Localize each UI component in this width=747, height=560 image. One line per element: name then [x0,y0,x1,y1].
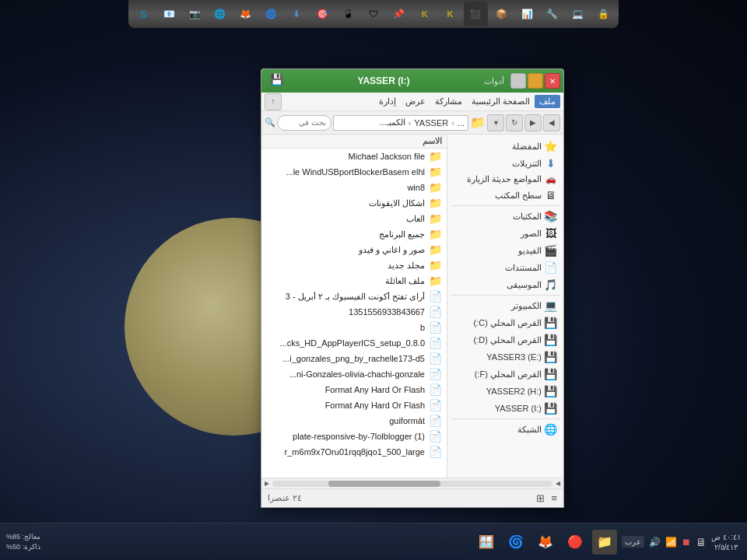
menu-view[interactable]: عرض [401,95,430,108]
address-arrow-2: › [409,118,412,128]
back-button[interactable]: ◀ [543,114,560,131]
nav-item-documents[interactable]: 📄 المستندات [447,259,563,276]
taskbar-top-icon-ie[interactable]: 🌐 [209,2,233,26]
nav-item-video[interactable]: 🎬 الفيديو [447,242,563,259]
taskbar-top-icon-chrome[interactable]: 🌀 [259,2,283,26]
table-row[interactable]: 📁Michael Jackson file [261,149,447,164]
search-input[interactable] [277,115,331,131]
nav-item-downloads[interactable]: ⬇ التنزيلات [447,155,563,172]
taskbar-top-icon-mail[interactable]: 📧 [157,2,181,26]
taskbar-icon-volume[interactable]: 🔊 [649,537,661,548]
taskbar-app-chrome[interactable]: 🌀 [503,530,528,555]
table-row[interactable]: 📁ملف العائلة [261,273,447,289]
table-row[interactable]: 📄plate-responsive-by-7lolblogger (1) [261,429,447,444]
nav-item-drive-h[interactable]: 💾 YASSER2 (H:) [447,383,563,400]
nav-label-drive-h: YASSER2 (H:) [486,387,542,396]
menu-file[interactable]: ملف [535,95,560,108]
column-header-name[interactable]: الاسم [423,136,442,146]
maximize-button[interactable] [528,73,543,89]
taskbar-app-firefox[interactable]: 🦊 [533,530,558,555]
h-scrollbar[interactable]: ◀ ▶ [261,478,563,488]
taskbar-top-icon-misc2[interactable]: 📱 [336,2,360,26]
taskbar-app-files[interactable]: 📁 [592,530,617,555]
taskbar-top-icon-tool[interactable]: 🔧 [541,2,565,26]
close-button[interactable]: ✕ [545,73,560,89]
scroll-left-arrow[interactable]: ◀ [556,480,560,487]
taskbar-icon-stop[interactable]: ⏹ [682,537,691,548]
taskbar-app-explorer[interactable]: 🪟 [474,530,499,555]
nav-item-drive-f[interactable]: 💾 القرص المحلي (F:) [447,366,563,383]
file-item-name: Format Any Hard Or Flash [266,401,425,410]
taskbar-icon-monitor[interactable]: 🖥 [696,536,707,548]
forward-button[interactable]: ▶ [524,114,542,131]
nav-item-computer[interactable]: 💻 الكمبيوتر [447,297,563,314]
file-item-name: مجلد جديد [266,261,425,271]
table-row[interactable]: 📄i_gonzales_png_by_rachelle173-d5... [261,351,447,366]
folder-icon: 📁 [428,275,442,287]
up-button[interactable]: ↑ [265,93,282,110]
view-icon-details[interactable]: ≡ [551,492,557,504]
table-row[interactable]: 📁win8 [261,180,447,195]
table-row[interactable]: 📄1351556933843667 [261,304,447,320]
table-row[interactable]: 📄ni-Gonzales-olivia-chachi-gonzale... [261,366,447,382]
table-row[interactable]: 📁صور و اغاني و فيدو [261,242,447,257]
view-icon-list[interactable]: ⊞ [536,492,545,504]
taskbar-top-icon-camera[interactable]: 📷 [183,2,207,26]
taskbar-top-icon-lock[interactable]: 🔒 [591,2,615,26]
taskbar-top-icon-misc1[interactable]: 🎯 [310,2,335,26]
table-row[interactable]: 📁مجلد جديد [261,257,447,273]
taskbar-app-ie[interactable]: 🔴 [563,530,587,555]
table-row[interactable]: 📁جميع البرنامج [261,226,447,242]
nav-item-recent[interactable]: 🚗 المواضع حديثة الزيارة [447,172,563,187]
language-indicator[interactable]: عرب [622,536,644,548]
nav-item-drive-i[interactable]: 💾 YASSER (I:) [447,400,563,417]
nav-label-drive-i: YASSER (I:) [495,404,542,413]
nav-item-music[interactable]: 🎵 الموسيقى [447,276,563,293]
table-row[interactable]: 📁le WindUSBportBlockerBasem elhl... [261,164,447,180]
taskbar-top-icon-chart[interactable]: 📊 [515,2,539,26]
nav-item-pictures[interactable]: 🖼 الصور [447,225,563,242]
menu-manage[interactable]: إدارة [374,95,401,108]
table-row[interactable]: 📄b [261,320,447,335]
taskbar-top-icon-k2[interactable]: K [438,2,462,26]
taskbar-top-icon-firefox[interactable]: 🦊 [233,2,258,26]
memory-indicator: معالج: 85% ذاكرة: 50% [6,532,40,551]
table-row[interactable]: 📄Format Any Hard Or Flash [261,382,447,397]
folder-icon-address: 📁 [470,115,486,130]
taskbar-top-icon-skype[interactable]: S [132,2,156,26]
taskbar-top-icon-misc3[interactable]: 🛡 [362,2,386,26]
taskbar-top-icon-k1[interactable]: K [412,2,437,26]
nav-item-drive-d[interactable]: 💾 القرص المحلي (D:) [447,331,563,348]
taskbar-top-icon-pkg[interactable]: 📦 [489,2,514,26]
table-row[interactable]: 📄أراى تفتح أكونت الفيسبوك بـ ٢ أبريل - 3 [261,289,447,304]
menu-home[interactable]: الصفحة الرئيسية [467,95,535,108]
dropdown-button[interactable]: ▾ [487,114,504,131]
table-row[interactable]: 📄Format Any Hard Or Flash [261,397,447,413]
taskbar-top-icon-dl[interactable]: ⬇ [285,2,309,26]
taskbar-top-icon-bb[interactable]: ⬛ [464,2,488,26]
taskbar-top-icon-misc4[interactable]: 📌 [387,2,411,26]
table-row[interactable]: 📄cks_HD_AppPlayerICS_setup_0.8.0... [261,335,447,351]
drive-h-icon: 💾 [545,385,557,397]
taskbar-icon-network[interactable]: 📶 [665,537,677,548]
table-row[interactable]: 📄guiformát [261,413,447,429]
h-scroll-track[interactable] [272,481,552,487]
nav-item-desktop[interactable]: 🖥 سطح المكتب [447,187,563,204]
nav-item-network[interactable]: 🌐 الشبكة [447,421,563,438]
refresh-button[interactable]: ↻ [506,114,523,131]
nav-item-libraries[interactable]: 📚 المكتبات [447,208,563,225]
nav-label-network: الشبكة [517,425,542,435]
taskbar-top-icon-pc[interactable]: 💻 [566,2,590,26]
menu-share[interactable]: مشاركة [430,95,467,108]
scroll-right-arrow[interactable]: ▶ [265,480,269,487]
file-item-name: Michael Jackson file [266,152,425,161]
minimize-button[interactable] [510,73,526,89]
h-scroll-thumb[interactable] [328,481,440,487]
nav-item-drive-c[interactable]: 💾 القرص المحلي (C:) [447,314,563,331]
nav-item-drive-e[interactable]: 💾 YASSER3 (E:) [447,348,563,366]
table-row[interactable]: 📄r_m6m9x7Oru01rqq8jqo1_500_large [261,444,447,460]
table-row[interactable]: 📁اشكال الايقونات [261,195,447,211]
table-row[interactable]: 📁العاب [261,211,447,226]
address-path[interactable]: ... › YASSER › الكمبـ... [333,115,468,131]
nav-item-favorites[interactable]: ⭐ المفضلة [447,138,563,155]
